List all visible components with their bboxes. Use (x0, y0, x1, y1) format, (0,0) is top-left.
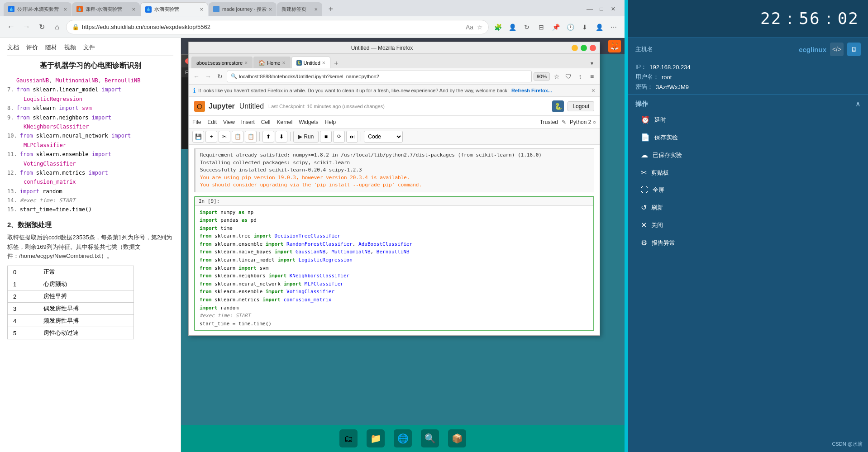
ff-refresh-btn[interactable]: ↻ (215, 71, 225, 81)
tab2-close[interactable]: × (132, 6, 135, 13)
cell-code-content[interactable]: import numpy as np import pandas as pd i… (195, 206, 593, 331)
nav-item-file[interactable]: 文件 (83, 43, 95, 52)
maximize-button[interactable]: □ (597, 5, 606, 13)
new-tab-button[interactable]: + (324, 3, 337, 15)
hostname-value[interactable]: ecglinux (799, 46, 826, 53)
desktop-icon-1[interactable]: 🗂 (339, 429, 358, 447)
jt-save-btn[interactable]: 💾 (192, 131, 204, 143)
more-icon[interactable]: ⋯ (607, 21, 620, 33)
ff-tab-untitled[interactable]: 🐍 Untitled × (291, 57, 330, 68)
ops-btn-refresh[interactable]: ↺ 刷新 (635, 200, 861, 215)
ff-url-bar[interactable]: 🔍 localhost:8888/notebooks/Untitled.ipyn… (227, 71, 532, 82)
ff-tab-session-close[interactable]: × (244, 60, 248, 66)
jt-cell-type-select[interactable]: Code Markdown (364, 131, 403, 143)
browser-tab-1[interactable]: 💧 公开课-水滴实验营 × (4, 2, 72, 16)
reader-icon[interactable]: Aa (466, 24, 473, 31)
download-icon[interactable]: ⬇ (578, 21, 591, 33)
jupyter-logout-btn[interactable]: Logout (568, 101, 594, 111)
refresh-button[interactable]: ↻ (35, 21, 48, 33)
desktop-icon-2[interactable]: 📁 (367, 429, 385, 447)
jm-insert[interactable]: Insert (241, 119, 255, 125)
jt-forward-btn[interactable]: ⏭ (346, 131, 358, 143)
desktop-icon-4[interactable]: 🔍 (421, 429, 439, 447)
ops-expand-icon[interactable]: ∧ (855, 100, 861, 108)
jm-file[interactable]: File (192, 119, 201, 125)
ff-bookmark-icon[interactable]: ☆ (552, 71, 562, 81)
desktop-icon-5[interactable]: 📦 (448, 429, 466, 447)
sync-icon[interactable]: ↻ (520, 21, 533, 33)
ff-tab-overflow[interactable]: ▾ (587, 58, 597, 68)
jt-cut-btn[interactable]: ✂ (219, 131, 230, 143)
nav-item-random[interactable]: 随材 (45, 43, 57, 52)
ff-menu-icon[interactable]: ≡ (587, 71, 597, 81)
jt-run-btn[interactable]: ▶ Run (293, 131, 319, 143)
jt-add-btn[interactable]: + (205, 131, 217, 143)
history-icon[interactable]: 🕐 (564, 21, 577, 33)
ops-btn-save[interactable]: 📄 保存实验 (635, 129, 861, 145)
browser-tab-5[interactable]: 新建标签页 × (277, 2, 322, 16)
jm-view[interactable]: View (223, 119, 235, 125)
account-icon[interactable]: 👤 (593, 21, 606, 33)
ff-tab-home[interactable]: 🏠 Home × (253, 57, 290, 68)
jt-copy-btn[interactable]: 📋 (232, 131, 243, 143)
browser-tab-2[interactable]: 💧 课程-水滴实验营 × (72, 2, 140, 16)
code-icon[interactable]: </> (830, 43, 844, 56)
jm-widgets[interactable]: Widgets (299, 119, 318, 125)
jt-restart-btn[interactable]: ⟳ (333, 131, 345, 143)
url-bar[interactable]: 🔒 https://edu.shuidilab.cn/console/expde… (66, 20, 489, 34)
extensions-icon[interactable]: 🧩 (491, 21, 504, 33)
ff-shield-icon[interactable]: 🛡 (563, 71, 573, 81)
ops-btn-clipboard[interactable]: ✂ 剪贴板 (635, 165, 861, 181)
ops-btn-saved[interactable]: ☁ 已保存实验 (635, 147, 861, 163)
jm-cell[interactable]: Cell (261, 119, 271, 125)
jupyter-notebook-title[interactable]: Untitled (239, 102, 264, 110)
monitor-icon[interactable]: 🖥 (847, 43, 861, 56)
refresh-firefox-link[interactable]: Refresh Firefox... (511, 88, 552, 93)
ff-tab-session-title: about:sessionrestore (196, 60, 243, 66)
ff-maximize-btn[interactable] (581, 45, 587, 51)
ff-tab-untitled-close[interactable]: × (322, 60, 325, 66)
tab1-title: 公开课-水滴实验营 (17, 6, 62, 13)
bookmark-icon[interactable]: ☆ (477, 24, 483, 31)
browser-tab-4[interactable]: made journey - 搜索 × (209, 2, 277, 16)
desktop-icon-3[interactable]: 🌐 (394, 429, 412, 447)
ff-minimize-btn[interactable] (572, 45, 578, 51)
nav-item-eval[interactable]: 评价 (26, 43, 38, 52)
ff-sync-icon[interactable]: ↕ (575, 71, 585, 81)
close-button[interactable]: × (609, 5, 617, 13)
ops-btn-report[interactable]: ⚙ 报告异常 (635, 235, 861, 251)
jt-movedown-btn[interactable]: ⬇ (276, 131, 287, 143)
ops-btn-fullscreen[interactable]: ⛶ 全屏 (635, 182, 861, 198)
split-view-icon[interactable]: ⊟ (535, 21, 548, 33)
forward-button[interactable]: → (20, 21, 33, 33)
jm-edit[interactable]: Edit (207, 119, 217, 125)
jt-paste-btn[interactable]: 📋 (245, 131, 257, 143)
nav-item-docs[interactable]: 文档 (7, 43, 19, 52)
profile-icon[interactable]: 👤 (506, 21, 519, 33)
pin-icon[interactable]: 📌 (549, 21, 562, 33)
ff-forward-btn[interactable]: → (203, 71, 213, 81)
ops-btn-close[interactable]: ✕ 关闭 (635, 217, 861, 233)
jupyter-edit-pencil[interactable]: ✎ (562, 119, 566, 125)
home-button[interactable]: ⌂ (51, 21, 63, 33)
jm-help[interactable]: Help (325, 119, 336, 125)
ff-back-btn[interactable]: ← (191, 71, 201, 81)
ff-tab-home-close[interactable]: × (282, 60, 285, 66)
minimize-button[interactable]: — (586, 5, 594, 13)
ff-new-tab-btn[interactable]: + (331, 58, 341, 68)
back-button[interactable]: ← (5, 21, 17, 33)
jt-stop-btn[interactable]: ■ (320, 131, 332, 143)
notification-close[interactable]: × (591, 87, 595, 94)
ops-btn-delay[interactable]: ⏰ 延时 (635, 112, 861, 128)
tab1-close[interactable]: × (63, 6, 67, 13)
ff-tab-session[interactable]: about:sessionrestore × (191, 57, 253, 68)
tab5-close[interactable]: × (314, 6, 318, 13)
jm-kernel[interactable]: Kernel (277, 119, 293, 125)
ff-close-btn[interactable] (590, 45, 596, 51)
saved-label: 已保存实验 (653, 151, 682, 159)
jt-moveup-btn[interactable]: ⬆ (262, 131, 274, 143)
browser-tab-3[interactable]: 💧 水滴实验营 × (140, 2, 208, 16)
tab3-close[interactable]: × (200, 6, 203, 13)
nav-item-video[interactable]: 视频 (64, 43, 76, 52)
tab4-close[interactable]: × (268, 6, 272, 13)
